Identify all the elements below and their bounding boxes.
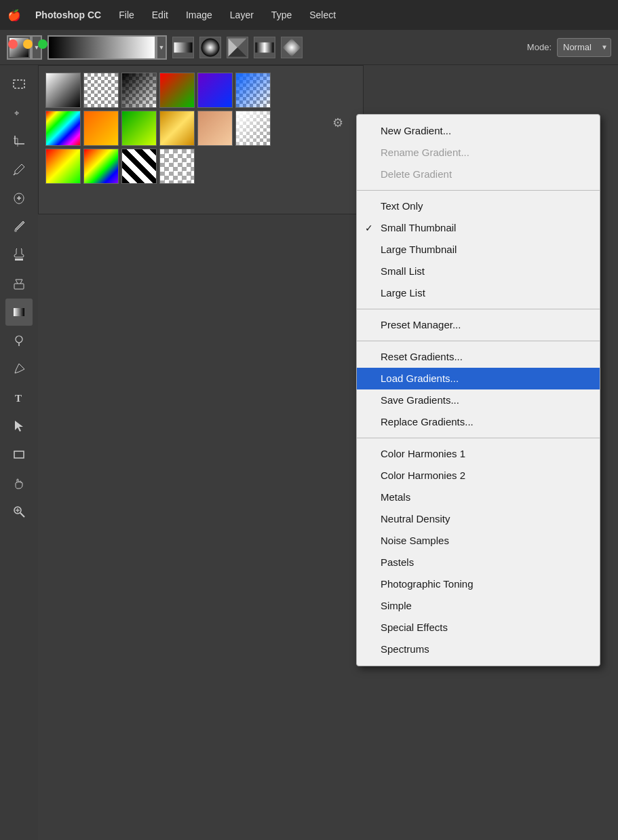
menu-item-delete-gradient-label: Delete Gradient <box>381 168 452 180</box>
menu-item-color-harmonies-2-label: Color Harmonies 2 <box>381 470 465 482</box>
menu-item-special-effects[interactable]: Special Effects <box>357 617 600 638</box>
menu-item-small-list[interactable]: Small List <box>357 261 600 282</box>
gear-icon[interactable]: ⚙ <box>332 115 343 130</box>
menu-item-color-harmonies-2[interactable]: Color Harmonies 2 <box>357 465 600 486</box>
gradient-preview[interactable] <box>47 35 156 60</box>
gradient-swatch-bw[interactable] <box>45 73 81 108</box>
gradient-swatch-pb[interactable] <box>197 73 233 108</box>
sidebar-tool-stamp[interactable] <box>5 242 33 269</box>
gradient-swatch-checker[interactable] <box>159 149 195 184</box>
angle-gradient-icon[interactable] <box>227 37 248 58</box>
checkmark-icon: ✓ <box>365 223 373 234</box>
svg-point-1 <box>201 38 220 56</box>
sidebar-tool-lasso[interactable]: ⌖ <box>5 99 33 126</box>
menu-item-large-thumbnail[interactable]: Large Thumbnail <box>357 239 600 261</box>
minimize-button[interactable] <box>23 39 33 49</box>
sidebar-tool-eraser[interactable] <box>5 270 33 297</box>
reflected-gradient-icon[interactable] <box>254 37 275 58</box>
svg-rect-20 <box>14 308 24 316</box>
mode-label: Mode: <box>527 42 552 52</box>
sidebar-tool-heal[interactable] <box>5 185 33 212</box>
gradient-swatch-rainbow[interactable] <box>45 111 81 146</box>
gradient-swatch-blut[interactable] <box>235 73 271 108</box>
sidebar-tool-eyedropper[interactable] <box>5 156 33 183</box>
gradient-swatch-rg[interactable] <box>159 73 195 108</box>
menu-section-3: Preset Manager... <box>357 312 600 338</box>
menu-item-rename-gradient-label: Rename Gradient... <box>381 147 469 159</box>
menu-item-color-harmonies-1[interactable]: Color Harmonies 1 <box>357 443 600 465</box>
menu-layer[interactable]: Layer <box>227 8 256 22</box>
gradient-swatch-gold[interactable] <box>159 111 195 146</box>
sidebar-tool-gradient[interactable] <box>5 299 33 326</box>
gradient-swatch-redyellow[interactable] <box>45 149 81 184</box>
menu-item-pastels-label: Pastels <box>381 556 414 569</box>
menu-item-photographic-toning[interactable]: Photographic Toning <box>357 573 600 595</box>
menu-type[interactable]: Type <box>269 8 294 22</box>
menu-item-special-effects-label: Special Effects <box>381 622 448 634</box>
menu-image[interactable]: Image <box>183 8 215 22</box>
menu-item-new-gradient-label: New Gradient... <box>381 125 451 137</box>
menu-item-noise-samples-label: Noise Samples <box>381 535 449 547</box>
sidebar-tool-dodge[interactable] <box>5 327 33 354</box>
gradient-swatch-transparent[interactable] <box>83 73 119 108</box>
gradient-swatch-wt[interactable] <box>235 111 271 146</box>
menu-section-1: New Gradient... Rename Gradient... Delet… <box>357 118 600 187</box>
menu-item-preset-manager[interactable]: Preset Manager... <box>357 314 600 336</box>
gradient-swatch-skin[interactable] <box>197 111 233 146</box>
menu-edit[interactable]: Edit <box>149 8 171 22</box>
menu-item-pastels[interactable]: Pastels <box>357 552 600 573</box>
context-menu: New Gradient... Rename Gradient... Delet… <box>356 114 600 666</box>
sidebar-tool-hand[interactable] <box>5 470 33 497</box>
sidebar-tool-brush[interactable] <box>5 213 33 240</box>
menu-item-metals-label: Metals <box>381 491 410 503</box>
gradient-swatch-orange-yellow[interactable] <box>83 111 119 146</box>
gradient-swatch-bt[interactable] <box>121 73 157 108</box>
menu-item-spectrums[interactable]: Spectrums <box>357 638 600 660</box>
gradient-panel <box>38 65 364 214</box>
menu-item-large-list-label: Large List <box>381 287 425 299</box>
gradient-swatch-zebra[interactable] <box>121 149 157 184</box>
sidebar-tool-zoom[interactable] <box>5 498 33 525</box>
gradient-swatch-rainbow2[interactable] <box>83 149 119 184</box>
menu-item-neutral-density[interactable]: Neutral Density <box>357 508 600 530</box>
mode-dropdown[interactable]: Normal Dissolve Multiply <box>557 38 611 57</box>
menu-item-spectrums-label: Spectrums <box>381 643 429 655</box>
sidebar-tool-text[interactable]: T <box>5 384 33 411</box>
sidebar-tool-crop[interactable] <box>5 128 33 155</box>
sidebar-tool-pen[interactable] <box>5 356 33 383</box>
menu-item-load-gradients[interactable]: Load Gradients... <box>357 368 600 389</box>
svg-rect-18 <box>15 259 23 261</box>
svg-rect-6 <box>256 42 274 52</box>
diamond-gradient-icon[interactable] <box>281 37 303 58</box>
menu-item-noise-samples[interactable]: Noise Samples <box>357 530 600 552</box>
gradient-swatch-green-yellow[interactable] <box>121 111 157 146</box>
menu-item-photographic-toning-label: Photographic Toning <box>381 578 474 590</box>
menu-item-simple[interactable]: Simple <box>357 595 600 617</box>
sidebar-tool-shape[interactable] <box>5 441 33 468</box>
menu-item-large-list[interactable]: Large List <box>357 282 600 304</box>
menu-item-save-gradients[interactable]: Save Gradients... <box>357 389 600 411</box>
menu-select[interactable]: Select <box>307 8 339 22</box>
menu-item-small-thumbnail[interactable]: ✓ Small Thumbnail <box>357 217 600 239</box>
radial-gradient-icon[interactable] <box>199 37 221 58</box>
apple-icon[interactable]: 🍎 <box>8 9 20 21</box>
sidebar-tool-select-arrow[interactable] <box>5 413 33 440</box>
linear-gradient-icon[interactable] <box>172 37 194 58</box>
menu-item-reset-gradients[interactable]: Reset Gradients... <box>357 346 600 368</box>
gradient-dropdown-button[interactable]: ▼ <box>156 35 167 60</box>
menu-item-preset-manager-label: Preset Manager... <box>381 319 461 331</box>
maximize-button[interactable] <box>38 39 47 49</box>
divider-1 <box>357 190 600 191</box>
window-controls <box>8 39 47 49</box>
menu-item-new-gradient[interactable]: New Gradient... <box>357 120 600 142</box>
sidebar-tool-marquee[interactable] <box>5 71 33 98</box>
menu-item-metals[interactable]: Metals <box>357 486 600 508</box>
menu-item-replace-gradients[interactable]: Replace Gradients... <box>357 411 600 433</box>
svg-rect-0 <box>174 42 193 52</box>
menu-item-reset-gradients-label: Reset Gradients... <box>381 351 463 363</box>
app-name[interactable]: Photoshop CC <box>33 8 104 22</box>
menu-file[interactable]: File <box>116 8 137 22</box>
menu-item-text-only[interactable]: Text Only <box>357 195 600 217</box>
svg-rect-8 <box>14 80 24 88</box>
close-button[interactable] <box>8 39 18 49</box>
